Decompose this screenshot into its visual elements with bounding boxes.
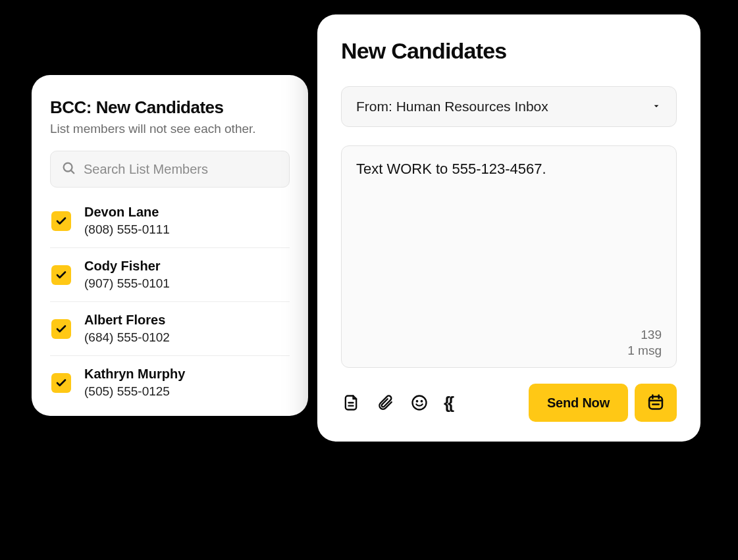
member-info: Kathryn Murphy (505) 555-0125: [84, 367, 185, 399]
calendar-icon: [646, 393, 665, 413]
search-input[interactable]: [84, 162, 278, 177]
checkbox[interactable]: [51, 211, 71, 231]
search-icon: [61, 161, 76, 178]
send-now-button[interactable]: Send Now: [529, 384, 628, 422]
list-item[interactable]: Cody Fisher (907) 555-0101: [50, 248, 290, 302]
bcc-title: BCC: New Candidates: [50, 97, 290, 118]
compose-panel: New Candidates From: Human Resources Inb…: [317, 14, 700, 442]
svg-rect-7: [649, 396, 662, 409]
from-label: From: Human Resources Inbox: [356, 99, 548, 115]
compose-title: New Candidates: [341, 38, 677, 64]
member-list: Devon Lane (808) 555-0111 Cody Fisher (9…: [50, 194, 290, 409]
member-name: Devon Lane: [84, 205, 170, 220]
char-count: 139: [356, 327, 662, 344]
search-field-wrap[interactable]: [50, 151, 290, 188]
svg-point-5: [417, 401, 417, 401]
message-text[interactable]: Text WORK to 555-123-4567.: [356, 159, 662, 327]
list-item[interactable]: Albert Flores (684) 555-0102: [50, 302, 290, 356]
list-item[interactable]: Kathryn Murphy (505) 555-0125: [50, 356, 290, 409]
svg-point-4: [413, 396, 427, 410]
member-info: Devon Lane (808) 555-0111: [84, 205, 170, 237]
chevron-down-icon: [651, 99, 662, 115]
template-icon[interactable]: [341, 393, 361, 413]
check-icon: [55, 269, 67, 281]
check-icon: [55, 323, 67, 335]
checkbox[interactable]: [51, 265, 71, 285]
member-phone: (907) 555-0101: [84, 276, 170, 291]
bcc-panel: BCC: New Candidates List members will no…: [32, 75, 308, 416]
paperclip-icon[interactable]: [375, 393, 395, 413]
member-phone: (505) 555-0125: [84, 384, 185, 399]
svg-line-1: [71, 170, 74, 173]
check-icon: [55, 377, 67, 389]
message-meta: 139 1 msg: [356, 327, 662, 359]
from-select[interactable]: From: Human Resources Inbox: [341, 86, 677, 127]
member-info: Albert Flores (684) 555-0102: [84, 313, 170, 345]
braces-icon[interactable]: {{: [444, 393, 452, 413]
member-name: Albert Flores: [84, 313, 170, 328]
checkbox[interactable]: [51, 319, 71, 339]
svg-point-6: [421, 401, 422, 401]
msg-count: 1 msg: [356, 343, 662, 359]
schedule-button[interactable]: [635, 384, 677, 422]
bcc-subtitle: List members will not see each other.: [50, 122, 290, 136]
smile-icon[interactable]: [409, 393, 429, 413]
member-phone: (808) 555-0111: [84, 222, 170, 237]
member-name: Kathryn Murphy: [84, 367, 185, 382]
member-info: Cody Fisher (907) 555-0101: [84, 259, 170, 291]
list-item[interactable]: Devon Lane (808) 555-0111: [50, 194, 290, 248]
checkbox[interactable]: [51, 373, 71, 393]
member-name: Cody Fisher: [84, 259, 170, 274]
compose-toolbar: {{ Send Now: [341, 384, 677, 422]
member-phone: (684) 555-0102: [84, 330, 170, 345]
message-box[interactable]: Text WORK to 555-123-4567. 139 1 msg: [341, 145, 677, 368]
check-icon: [55, 215, 67, 227]
